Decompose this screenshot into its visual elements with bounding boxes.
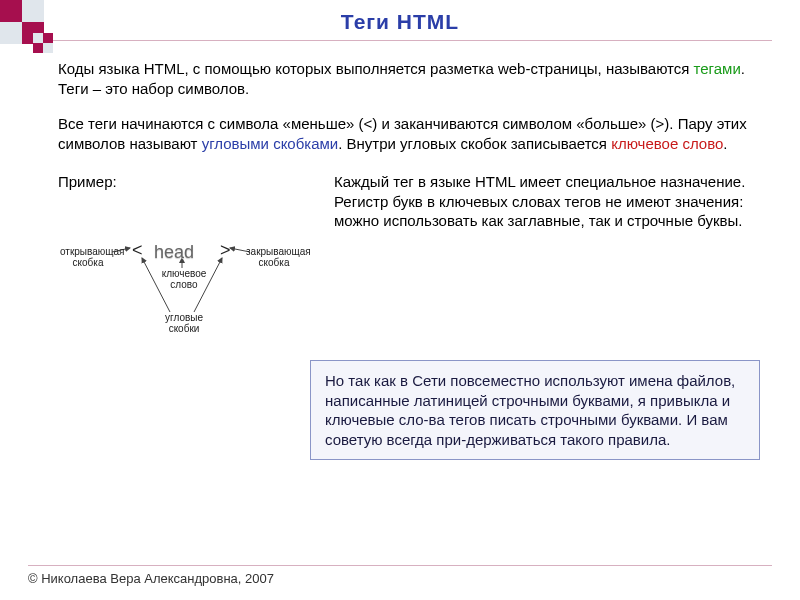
term-angle-brackets: угловыми скобками <box>202 135 339 152</box>
content-body: Коды языка HTML, с помощью которых выпол… <box>0 41 800 346</box>
para2-c: . <box>723 135 727 152</box>
intro-line2: Теги – это набор символов. <box>58 80 249 97</box>
diagram-lt: < <box>132 238 143 262</box>
example-row: Пример: < head > открываю <box>58 172 760 346</box>
logo-icon <box>0 0 60 60</box>
footer-copyright: © Николаева Вера Александровна, 2007 <box>28 571 274 586</box>
right-text: Каждый тег в языке HTML имеет специально… <box>334 172 760 231</box>
intro-text-b: . <box>741 60 745 77</box>
diagram-gt: > <box>220 238 231 262</box>
intro-paragraph: Коды языка HTML, с помощью которых выпол… <box>58 59 760 100</box>
term-keyword: ключевое слово <box>611 135 723 152</box>
diagram-head-text: head <box>148 238 200 266</box>
page-title: Теги HTML <box>0 0 800 34</box>
diagram-keyword-label: ключевое слово <box>156 268 212 290</box>
diagram-angle-label: угловые скобки <box>156 312 212 334</box>
diagram-open-label: открывающая скобка <box>60 246 116 268</box>
example-column: Пример: < head > открываю <box>58 172 318 346</box>
footer-divider <box>28 565 772 566</box>
brackets-paragraph: Все теги начинаются с символа «меньше» (… <box>58 114 760 155</box>
diagram-close-label: закрывающая скобка <box>246 246 302 268</box>
tag-diagram: < head > открывающая скобка закрывающая … <box>58 196 318 346</box>
note-box: Но так как в Сети повсеместно используют… <box>310 360 760 460</box>
intro-text-a: Коды языка HTML, с помощью которых выпол… <box>58 60 694 77</box>
para2-b: . Внутри угловых скобок записывается <box>338 135 611 152</box>
example-label: Пример: <box>58 172 318 192</box>
term-tags: тегами <box>694 60 741 77</box>
